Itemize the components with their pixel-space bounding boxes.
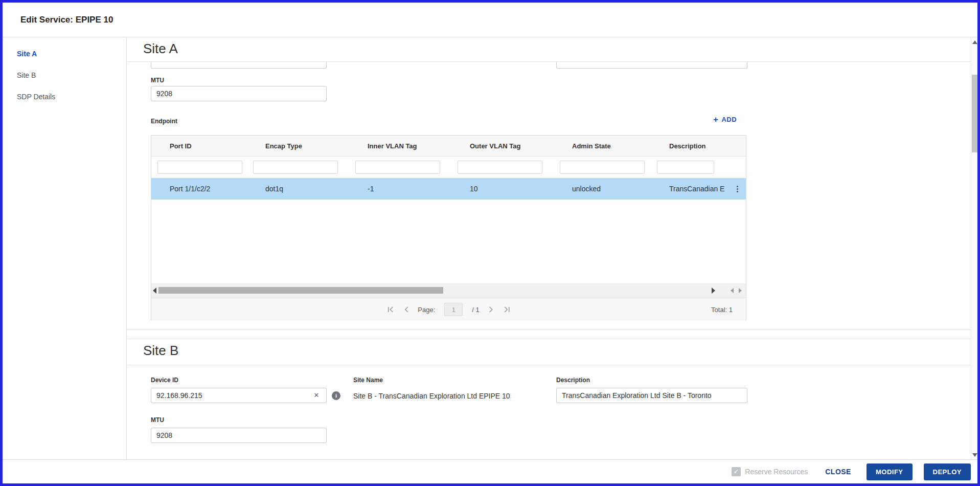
- filter-input-encap-type[interactable]: [253, 161, 338, 174]
- filter-input-description[interactable]: [657, 161, 714, 174]
- filter-input-admin-state[interactable]: [560, 161, 645, 174]
- first-page-icon[interactable]: [386, 306, 394, 313]
- site-b-heading: Site B: [143, 343, 178, 359]
- table-pagination-bar: Page: / 1 Total: 1: [151, 298, 746, 321]
- action-footer: ✓ Reserve Resources CLOSE MODIFY DEPLOY: [3, 459, 977, 483]
- next-page-icon[interactable]: [489, 306, 494, 313]
- modify-button[interactable]: MODIFY: [867, 463, 913, 480]
- column-header-outer-vlan-tag: Outer VLAN Tag: [451, 142, 554, 150]
- previous-page-icon[interactable]: [403, 306, 408, 313]
- last-page-icon[interactable]: [503, 306, 511, 313]
- site-a-mtu-label: MTU: [151, 77, 164, 84]
- deploy-button[interactable]: DEPLOY: [924, 463, 971, 480]
- scroll-right-arrow-icon[interactable]: [712, 288, 715, 294]
- add-button-label: ADD: [721, 116, 737, 123]
- dialog-title: Edit Service: EPIPE 10: [20, 15, 113, 25]
- close-button[interactable]: CLOSE: [825, 468, 851, 476]
- site-b-description-field[interactable]: [556, 388, 747, 403]
- section-nav-sidebar: Site A Site B SDP Details: [3, 38, 127, 459]
- page-count-label: / 1: [472, 306, 479, 314]
- reserve-resources-label: Reserve Resources: [745, 468, 808, 476]
- endpoint-label: Endpoint: [151, 118, 177, 125]
- cell-admin-state: unlocked: [554, 185, 651, 193]
- divider: [127, 365, 971, 365]
- total-count-label: Total: 1: [711, 306, 733, 314]
- title-bar: Edit Service: EPIPE 10: [3, 3, 977, 37]
- table-horizontal-scrollbar[interactable]: [151, 283, 746, 298]
- filter-input-inner-vlan-tag[interactable]: [355, 161, 440, 174]
- reserve-resources-checkbox[interactable]: ✓: [732, 467, 741, 476]
- page-number-input[interactable]: [444, 303, 463, 316]
- sidebar-item-site-b[interactable]: Site B: [3, 64, 126, 86]
- sidebar-item-site-a[interactable]: Site A: [3, 43, 126, 64]
- site-a-mtu-field[interactable]: [151, 86, 327, 101]
- info-icon[interactable]: i: [332, 391, 340, 400]
- vertical-scrollbar[interactable]: [971, 38, 978, 459]
- site-b-site-name-value: Site B - TransCanadian Exploration Ltd E…: [353, 392, 510, 400]
- endpoint-table-filter-row: [151, 157, 746, 178]
- column-header-description: Description: [651, 142, 746, 150]
- sidebar-item-sdp-details[interactable]: SDP Details: [3, 86, 126, 107]
- row-menu-kebab-icon[interactable]: [733, 183, 742, 194]
- column-header-encap-type: Encap Type: [247, 142, 349, 150]
- site-b-device-id-label: Device ID: [151, 377, 178, 384]
- clear-icon[interactable]: ✕: [312, 391, 321, 399]
- site-a-device-id-field-partial[interactable]: [151, 62, 327, 69]
- cell-encap-type: dot1q: [247, 185, 349, 193]
- scroll-left-arrow-icon[interactable]: [153, 288, 156, 294]
- site-a-description-field-partial[interactable]: [556, 62, 747, 69]
- scroll-down-arrow-icon[interactable]: [972, 453, 977, 457]
- column-scroll-prev-icon[interactable]: [731, 288, 734, 293]
- cell-description: TransCanadian E: [651, 185, 746, 193]
- divider: [127, 329, 971, 330]
- cell-inner-vlan-tag: -1: [349, 185, 451, 193]
- main-content: Site A MTU Endpoint + ADD Port ID Encap …: [127, 38, 971, 459]
- divider: [127, 339, 971, 339]
- column-header-admin-state: Admin State: [554, 142, 651, 150]
- vertical-scrollbar-thumb[interactable]: [972, 75, 978, 152]
- site-b-description-label: Description: [556, 377, 590, 384]
- endpoint-add-button[interactable]: + ADD: [713, 116, 744, 123]
- scroll-up-arrow-icon[interactable]: [972, 40, 977, 44]
- column-scroll-next-icon[interactable]: [739, 288, 742, 293]
- cell-outer-vlan-tag: 10: [451, 185, 554, 193]
- edit-service-dialog: Edit Service: EPIPE 10 Site A Site B SDP…: [0, 0, 980, 486]
- endpoint-table-header-row: Port ID Encap Type Inner VLAN Tag Outer …: [151, 136, 746, 157]
- site-a-heading: Site A: [143, 41, 178, 57]
- site-b-device-id-field[interactable]: [151, 388, 327, 403]
- site-b-site-name-label: Site Name: [353, 377, 383, 384]
- horizontal-scrollbar-thumb[interactable]: [158, 287, 443, 294]
- filter-input-outer-vlan-tag[interactable]: [458, 161, 542, 174]
- page-label: Page:: [418, 306, 435, 314]
- filter-input-port-id[interactable]: [157, 161, 242, 174]
- endpoint-table: Port ID Encap Type Inner VLAN Tag Outer …: [151, 135, 746, 321]
- cell-port-id: Port 1/1/c2/2: [151, 185, 247, 193]
- endpoint-table-row-selected[interactable]: Port 1/1/c2/2 dot1q -1 10 unlocked Trans…: [151, 178, 746, 200]
- table-empty-area: [151, 200, 746, 283]
- column-header-port-id: Port ID: [151, 142, 247, 150]
- column-header-inner-vlan-tag: Inner VLAN Tag: [349, 142, 451, 150]
- site-b-mtu-field[interactable]: [151, 428, 327, 443]
- plus-icon: +: [713, 116, 718, 123]
- site-b-mtu-label: MTU: [151, 416, 164, 424]
